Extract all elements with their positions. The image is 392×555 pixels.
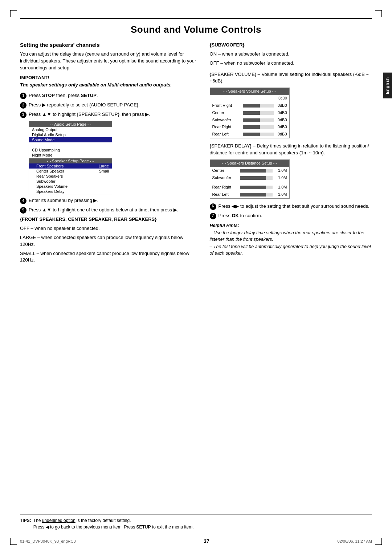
subwoofer-off: OFF – when no subwoofer is connected. (210, 60, 372, 67)
vol-subwoofer-label: Subwoofer (212, 117, 241, 123)
dist-subwoofer-bar (240, 176, 273, 180)
hint-2: – The test tone will be automatically ge… (210, 243, 372, 256)
step-6: 6 Press ◀▶ to adjust the setting that be… (210, 203, 372, 210)
screen-row-digital: Digital Audio Setup (29, 132, 112, 137)
vol-center-label: Center (212, 110, 241, 116)
step-content-4: Enter its submenu by pressing ▶. (29, 197, 200, 204)
subwoofer-heading: {SUBWOOFER} (210, 42, 372, 49)
corner-mark-tl (10, 10, 17, 17)
screen-sub-title: - - Speaker Setup Page - - (29, 158, 112, 163)
subwoofer-section: {SUBWOOFER} ON – when a subwoofer is con… (210, 42, 372, 67)
vol-rearright-bar (243, 125, 274, 129)
step-content-6: Press ◀▶ to adjust the setting that best… (219, 203, 372, 210)
speaker-vol-rearleft: Rear Left 0dB0 (210, 131, 289, 138)
vol-rearleft-label: Rear Left (212, 131, 241, 137)
speaker-vol-subwoofer: Subwoofer 0dB0 (210, 117, 289, 124)
vol-subwoofer-fill (243, 118, 260, 122)
screen-speakers-delay: Speakers Delay (29, 189, 112, 194)
dist-center-bar (240, 169, 273, 173)
tips-section: TIPS: The underlined option is the facto… (20, 514, 372, 530)
step-content-5: Press ▲▼ to highlight one of the options… (29, 207, 200, 214)
small-text: SMALL – when connected speakers cannot p… (20, 250, 200, 264)
speaker-volume-title: - - Speakers Volume Setup - - (210, 88, 289, 95)
speaker-delay-heading: {SPEAKER DELAY} – Delay times setting in… (210, 143, 372, 157)
vol-center-val: 0dB0 (275, 110, 287, 116)
step-7: 7 Press OK to confirm. (210, 212, 372, 219)
front-speakers-section: {FRONT SPEAKERS, CENTER SPEAKER, REAR SP… (20, 216, 200, 223)
vol-header-label: 0dB0 (278, 96, 287, 101)
hint-1: – Use the longer delay time settings whe… (210, 230, 372, 243)
vol-center-fill (243, 111, 260, 115)
step-content-3: Press ▲▼ to highlight {SPEAKER SETUP}, t… (29, 111, 200, 118)
speaker-volume-heading: {SPEAKER VOLUME} – Volume level setting … (210, 71, 372, 85)
underlined-option: underlined option (42, 518, 75, 523)
intro-text: You can adjust the delay times (centre a… (20, 51, 200, 72)
page-title: Sound and Volume Controls (20, 18, 372, 35)
dist-rearleft-label: Rear Left (212, 192, 238, 198)
corner-mark-br (375, 538, 382, 545)
dist-subwoofer-label: Subwoofer (212, 175, 238, 181)
screen-front-speakers: Front Speakers Large (29, 163, 112, 169)
screen-row-blank (29, 142, 112, 147)
step-content-7: Press OK to confirm. (219, 212, 372, 219)
dist-rearleft-fill (240, 193, 266, 197)
step-num-3: 3 (20, 112, 26, 118)
vol-frontright-fill (243, 104, 260, 108)
dist-rearleft-val: 1.0M (274, 192, 287, 198)
screen-row-night: Night Mode (29, 153, 112, 158)
step-num-6: 6 (210, 203, 216, 210)
step-content-2: Press ▶ repeatedly to select {AUDIO SETU… (29, 102, 200, 109)
tips-text: The underlined option is the factory def… (33, 517, 194, 530)
steps-list-4-5: 4 Enter its submenu by pressing ▶. 5 Pre… (20, 197, 200, 214)
helpful-hints: Helpful Hints: – Use the longer delay ti… (210, 222, 372, 257)
speaker-delay-section: {SPEAKER DELAY} – Delay times setting in… (210, 143, 372, 198)
large-text: LARGE – when connected speakers can prod… (20, 234, 200, 248)
dist-subwoofer: Subwoofer 1.0M (210, 174, 289, 182)
dist-rearright-fill (240, 186, 266, 189)
footer-left: 01-41_DVP3040K_93_engRC3 (20, 539, 76, 543)
step-2: 2 Press ▶ repeatedly to select {AUDIO SE… (20, 102, 200, 109)
dist-rearright-val: 1.0M (274, 185, 287, 190)
step-num-1: 1 (20, 93, 26, 99)
footer-page-number: 37 (204, 538, 209, 544)
vol-subwoofer-bar (243, 118, 274, 122)
step-num-7: 7 (210, 213, 216, 219)
audio-setup-screen: - - Audio Setup Page - - Analog Output D… (29, 121, 112, 194)
speaker-vol-frontright: Front Right 0dB0 (210, 102, 289, 109)
important-label: IMPORTANT! (20, 74, 200, 81)
vol-frontright-bar (243, 104, 274, 108)
vol-subwoofer-val: 0dB0 (275, 117, 287, 123)
dist-rearright-label: Rear Right (212, 185, 238, 190)
step-4: 4 Enter its submenu by pressing ▶. (20, 197, 200, 204)
vol-rearleft-bar (243, 133, 274, 136)
step-5: 5 Press ▲▼ to highlight one of the optio… (20, 207, 200, 214)
speaker-vol-center: Center 0dB0 (210, 109, 289, 117)
tips-line1: The underlined option is the factory def… (33, 517, 194, 524)
dist-center-label: Center (212, 168, 238, 174)
vol-frontright-val: 0dB0 (275, 103, 287, 109)
vol-center-bar (243, 111, 274, 115)
center-speaker-value: Small (99, 169, 109, 173)
screen-row-sound-mode: Sound Mode (29, 137, 112, 142)
step-num-4: 4 (20, 198, 26, 204)
steps-list: 1 Press STOP then, press SETUP. 2 Press … (20, 92, 200, 118)
vol-rearleft-fill (243, 133, 260, 136)
helpful-hints-title: Helpful Hints: (210, 222, 372, 229)
screen-row-analog: Analog Output (29, 127, 112, 132)
corner-mark-tr (375, 10, 382, 17)
dist-rearright-bar (240, 186, 273, 189)
important-italic: The speaker settings only available on M… (20, 82, 200, 89)
speaker-vol-rearright: Rear Right 0dB0 (210, 123, 289, 131)
dist-center-val: 1.0M (274, 168, 287, 174)
screen-rear-speakers: Rear Speakers (29, 174, 112, 179)
center-speaker-label: Center Speaker (36, 169, 64, 173)
front-speakers-label: Front Speakers (36, 164, 64, 168)
vol-rearright-label: Rear Right (212, 124, 241, 130)
step-num-2: 2 (20, 102, 26, 109)
dist-subwoofer-fill (240, 176, 266, 180)
speaker-vol-header: 0dB0 (210, 95, 289, 102)
vol-rearright-fill (243, 125, 260, 129)
step-num-5: 5 (20, 207, 26, 214)
two-column-layout: Setting the speakers' channels You can a… (20, 42, 372, 266)
screen-speakers-volume: Speakers Volume (29, 184, 112, 189)
